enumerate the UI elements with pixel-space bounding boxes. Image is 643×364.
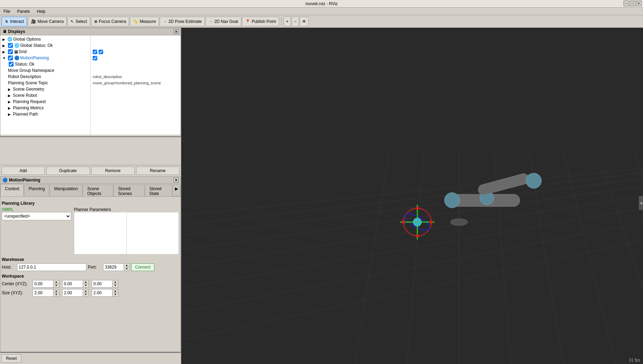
minus-button[interactable]: − [292, 17, 299, 26]
center-z-up[interactable]: ▲ [112, 280, 118, 284]
size-z-input[interactable] [92, 289, 112, 297]
nav-goal-button[interactable]: → 2D Nav Goal [206, 17, 241, 26]
tree-item-robot-description[interactable]: Robot Description [1, 74, 90, 80]
motion-planning-check[interactable] [8, 56, 13, 60]
tree-item-motion-planning[interactable]: ▼ 🔵 MotionPlanning [1, 55, 90, 61]
size-x-input[interactable] [33, 289, 53, 297]
size-y-up[interactable]: ▲ [83, 289, 89, 293]
grid-value-check1[interactable] [93, 50, 97, 54]
center-y-down[interactable]: ▼ [83, 284, 89, 287]
ompl-dropdown[interactable]: <unspecified> [2, 212, 71, 220]
ompl-label: OMPL [2, 207, 71, 212]
size-x-up[interactable]: ▲ [53, 289, 59, 293]
tab-context[interactable]: Context [0, 184, 24, 196]
viewport[interactable]: 31 fps ◀ [181, 28, 643, 364]
center-x-up[interactable]: ▲ [53, 280, 59, 284]
port-spin-up[interactable]: ▲ [124, 264, 130, 267]
workspace-label: Workspace [2, 274, 179, 279]
select-icon: ↖ [70, 19, 74, 24]
tree-item-planning-scene-topic[interactable]: Planning Scene Topic [1, 80, 90, 86]
size-z-up[interactable]: ▲ [112, 289, 118, 293]
title-bar: moveit.rviz - RViz ─ □ ✕ [0, 0, 643, 8]
tree-item-planning-metrics[interactable]: ▶ Planning Metrics [1, 105, 90, 111]
displays-panel-close[interactable]: ✕ [174, 29, 178, 34]
tree-item-move-group-ns[interactable]: Move Group Namespace [1, 67, 90, 74]
size-label: Size (XYZ): [2, 290, 31, 295]
size-x-down[interactable]: ▼ [53, 293, 59, 296]
center-x-down[interactable]: ▼ [53, 284, 59, 287]
publish-point-button[interactable]: 📍 Publish Point [242, 17, 279, 26]
port-input[interactable] [103, 263, 124, 271]
connect-button[interactable]: Connect [131, 263, 155, 271]
status-ok-check[interactable] [9, 62, 14, 67]
focus-camera-icon: ⊕ [94, 19, 98, 24]
motion-planning-value-check[interactable] [93, 56, 97, 60]
tree-item-status-ok[interactable]: Status: Ok [1, 61, 90, 67]
tab-stored-scenes[interactable]: Stored Scenes [114, 185, 144, 196]
measure-icon: 📏 [133, 19, 138, 24]
workspace-section: Workspace Center (XYZ): ▲ ▼ [2, 274, 179, 297]
menu-panels[interactable]: Panels [15, 8, 32, 15]
minimize-button[interactable]: ─ [624, 1, 629, 6]
center-z-input[interactable] [92, 280, 112, 288]
tree-item-planning-request[interactable]: ▶ Planning Request [1, 99, 90, 105]
add-button[interactable]: Add [1, 167, 45, 175]
duplicate-button[interactable]: Duplicate [46, 167, 90, 175]
global-status-check[interactable] [8, 43, 13, 48]
grid-icon: ▦ [14, 49, 18, 54]
measure-button[interactable]: 📏 Measure [130, 17, 159, 26]
global-status-value [91, 42, 180, 49]
center-x-spinbox: ▲ ▼ [33, 280, 59, 288]
interact-button[interactable]: 🖱 Interact [1, 17, 27, 26]
displays-panel-icon: 🖥 [2, 29, 7, 34]
pose-estimate-button[interactable]: → 2D Pose Estimate [160, 17, 205, 26]
tree-item-scene-robot[interactable]: ▶ Scene Robot [1, 92, 90, 99]
reset-button[interactable]: Reset [1, 354, 21, 363]
menu-file[interactable]: File [1, 8, 12, 15]
center-x-input[interactable] [33, 280, 53, 288]
focus-camera-button[interactable]: ⊕ Focus Camera [91, 17, 130, 26]
tab-scene-objects[interactable]: Scene Objects [83, 185, 113, 196]
grid-value-check2[interactable] [99, 50, 103, 54]
move-camera-button[interactable]: 🎥 Move Camera [28, 17, 67, 26]
tab-manipulation[interactable]: Manipulation [50, 185, 82, 196]
tree-item-planned-path[interactable]: ▶ Planned Path [1, 111, 90, 117]
toolbar-separator [281, 17, 282, 26]
svg-point-24 [444, 193, 460, 208]
grid-value-row [91, 49, 180, 55]
tab-stored-state[interactable]: Stored State [145, 185, 172, 196]
center-y-up[interactable]: ▲ [83, 280, 89, 284]
menu-help[interactable]: Help [35, 8, 48, 15]
tab-arrow[interactable]: ▶ [173, 185, 181, 196]
grid-check[interactable] [8, 49, 13, 54]
port-spin-down[interactable]: ▼ [124, 267, 130, 271]
motion-planning-value [91, 55, 180, 61]
main-layout: 🖥 Displays ✕ ▶ 🌐 Global Options ▶ [0, 28, 643, 364]
planning-scene-value: move_group/monitored_planning_scene [91, 80, 180, 86]
tree-item-grid[interactable]: ▶ ▦ Grid [1, 49, 90, 55]
size-y-down[interactable]: ▼ [83, 293, 89, 296]
motion-panel-icon: 🔵 [2, 178, 8, 183]
right-collapse-handle[interactable]: ◀ [639, 196, 643, 210]
tree-item-global-options[interactable]: ▶ 🌐 Global Options [1, 36, 90, 42]
maximize-button[interactable]: □ [630, 1, 635, 6]
size-x-spinbox: ▲ ▼ [33, 289, 59, 297]
motion-panel-close[interactable]: ✕ [174, 178, 178, 183]
plus-button[interactable]: + [284, 17, 291, 26]
tab-planning[interactable]: Planning [24, 185, 49, 196]
eye-button[interactable]: 👁 [300, 17, 309, 26]
remove-button[interactable]: Remove [91, 167, 135, 175]
tree-item-scene-geometry[interactable]: ▶ Scene Geometry [1, 86, 90, 92]
svg-point-36 [416, 206, 419, 210]
center-y-input[interactable] [62, 280, 83, 288]
close-button[interactable]: ✕ [636, 1, 642, 6]
select-button[interactable]: ↖ Select [67, 17, 90, 26]
tree-item-global-status[interactable]: ▶ 🌐 Global Status: Ok [1, 42, 90, 49]
size-z-down[interactable]: ▼ [112, 293, 118, 296]
host-input[interactable] [17, 263, 86, 271]
tabs-row: Context Planning Manipulation Scene Obje… [0, 184, 181, 197]
size-y-input[interactable] [62, 289, 83, 297]
reset-area: Reset [0, 353, 181, 364]
center-z-down[interactable]: ▼ [112, 284, 118, 287]
rename-button[interactable]: Rename [136, 167, 179, 175]
